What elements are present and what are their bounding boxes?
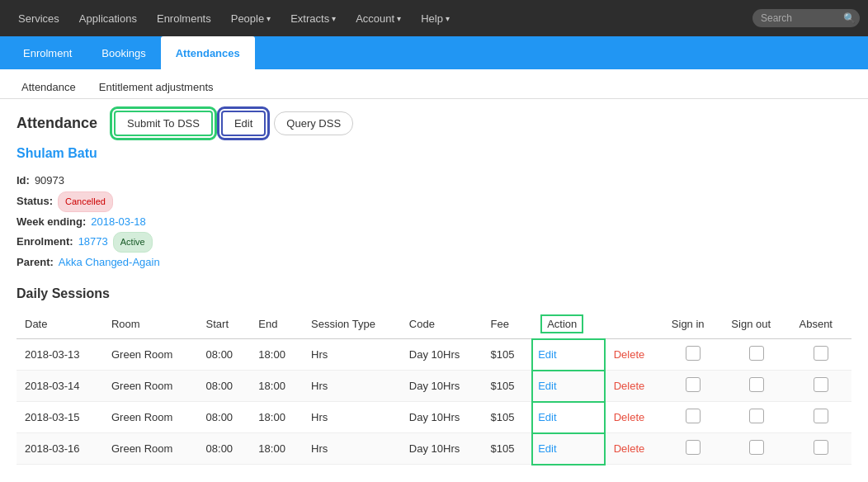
absent-checkbox[interactable] xyxy=(814,346,828,361)
cell-end: 18:00 xyxy=(250,371,303,402)
cell-code: Day 10Hrs xyxy=(401,433,483,465)
col-absent: Absent xyxy=(791,310,852,339)
nav-services[interactable]: Services xyxy=(8,0,69,36)
tab-bookings[interactable]: Bookings xyxy=(87,36,160,69)
search-icon: 🔍 xyxy=(843,12,856,24)
sign-in-checkbox[interactable] xyxy=(686,346,701,361)
cell-room: Green Room xyxy=(103,433,198,465)
cell-action: Edit xyxy=(532,433,605,465)
sign-in-checkbox[interactable] xyxy=(686,409,701,423)
cell-date: 2018-03-15 xyxy=(17,402,103,433)
cell-code: Day 10Hrs xyxy=(401,371,483,402)
info-section: Id: 90973 Status: Cancelled Week ending:… xyxy=(17,171,851,273)
sign-in-checkbox[interactable] xyxy=(686,440,701,455)
enrolment-value[interactable]: 18773 xyxy=(78,232,108,253)
cell-session-type: Hrs xyxy=(303,402,401,433)
cell-sign-in xyxy=(663,371,724,402)
absent-checkbox[interactable] xyxy=(814,440,828,455)
col-sign-out: Sign out xyxy=(723,310,790,339)
edit-link[interactable]: Edit xyxy=(538,348,556,361)
cell-date: 2018-03-13 xyxy=(17,339,103,371)
col-sign-in: Sign in xyxy=(663,310,724,339)
table-header-row: Date Room Start End Session Type Code Fe… xyxy=(17,310,851,339)
secondary-tabs: Attendance Entitlement adjustments xyxy=(0,69,868,99)
cell-start: 08:00 xyxy=(198,402,251,433)
enrolment-badge: Active xyxy=(113,232,153,253)
cell-sign-out xyxy=(723,339,790,371)
absent-checkbox[interactable] xyxy=(814,409,828,423)
status-label: Status: xyxy=(17,191,53,212)
edit-link[interactable]: Edit xyxy=(538,411,556,423)
table-row: 2018-03-16 Green Room 08:00 18:00 Hrs Da… xyxy=(17,433,851,465)
sec-tab-entitlement[interactable]: Entitlement adjustments xyxy=(87,76,225,98)
sign-in-checkbox[interactable] xyxy=(686,377,701,392)
week-ending-value[interactable]: 2018-03-18 xyxy=(91,212,146,233)
sec-tab-attendance[interactable]: Attendance xyxy=(10,76,87,98)
search-box: 🔍 xyxy=(752,9,860,27)
cell-absent xyxy=(791,339,852,371)
parent-label: Parent: xyxy=(17,253,54,273)
nav-enrolments[interactable]: Enrolments xyxy=(147,0,221,36)
cell-session-type: Hrs xyxy=(303,371,401,402)
cell-action: Edit xyxy=(532,371,605,402)
delete-link[interactable]: Delete xyxy=(614,411,645,423)
cell-sign-out xyxy=(723,433,790,465)
week-ending-label: Week ending: xyxy=(17,212,86,233)
edit-button[interactable]: Edit xyxy=(221,111,266,136)
col-session-type: Session Type xyxy=(303,310,401,339)
table-row: 2018-03-14 Green Room 08:00 18:00 Hrs Da… xyxy=(17,371,851,402)
query-dss-button[interactable]: Query DSS xyxy=(274,111,353,135)
cell-date: 2018-03-16 xyxy=(17,433,103,465)
absent-checkbox[interactable] xyxy=(814,377,828,392)
cell-delete: Delete xyxy=(605,402,663,433)
id-value: 90973 xyxy=(35,171,64,191)
delete-link[interactable]: Delete xyxy=(614,380,645,392)
id-label: Id: xyxy=(17,171,30,191)
edit-link[interactable]: Edit xyxy=(538,442,556,455)
sub-navigation: Enrolment Bookings Attendances xyxy=(0,36,868,69)
enrolment-label: Enrolment: xyxy=(17,232,73,253)
cell-date: 2018-03-14 xyxy=(17,371,103,402)
sign-out-checkbox[interactable] xyxy=(749,440,764,455)
info-id-row: Id: 90973 xyxy=(17,171,851,191)
nav-help[interactable]: Help ▾ xyxy=(411,0,460,36)
edit-link[interactable]: Edit xyxy=(538,380,556,392)
extracts-arrow-icon: ▾ xyxy=(332,14,336,23)
cell-room: Green Room xyxy=(103,371,198,402)
cell-session-type: Hrs xyxy=(303,433,401,465)
cell-sign-in xyxy=(663,433,724,465)
account-arrow-icon: ▾ xyxy=(397,14,401,23)
nav-extracts[interactable]: Extracts ▾ xyxy=(281,0,346,36)
cell-end: 18:00 xyxy=(250,339,303,371)
search-input[interactable] xyxy=(761,12,843,24)
sign-out-checkbox[interactable] xyxy=(749,409,764,423)
table-row: 2018-03-15 Green Room 08:00 18:00 Hrs Da… xyxy=(17,402,851,433)
nav-applications[interactable]: Applications xyxy=(69,0,147,36)
main-content: Attendance Submit To DSS Edit Query DSS … xyxy=(0,99,868,477)
delete-link[interactable]: Delete xyxy=(614,442,645,455)
cell-fee: $105 xyxy=(483,339,533,371)
table-row: 2018-03-13 Green Room 08:00 18:00 Hrs Da… xyxy=(17,339,851,371)
attendance-heading: Attendance xyxy=(17,115,97,132)
cell-absent xyxy=(791,371,852,402)
person-name[interactable]: Shulam Batu xyxy=(17,146,851,161)
help-arrow-icon: ▾ xyxy=(446,14,450,23)
nav-account[interactable]: Account ▾ xyxy=(346,0,411,36)
col-room: Room xyxy=(103,310,198,339)
submit-to-dss-button[interactable]: Submit To DSS xyxy=(114,111,213,136)
sessions-table: Date Room Start End Session Type Code Fe… xyxy=(17,310,851,465)
top-navigation: Services Applications Enrolments People … xyxy=(0,0,868,36)
info-parent-row: Parent: Akka Changed-Again xyxy=(17,253,851,273)
cell-sign-in xyxy=(663,339,724,371)
nav-people[interactable]: People ▾ xyxy=(221,0,281,36)
cell-absent xyxy=(791,402,852,433)
cell-start: 08:00 xyxy=(198,433,251,465)
cell-sign-in xyxy=(663,402,724,433)
tab-enrolment[interactable]: Enrolment xyxy=(8,36,87,69)
parent-value[interactable]: Akka Changed-Again xyxy=(59,253,160,273)
sign-out-checkbox[interactable] xyxy=(749,377,764,392)
tab-attendances[interactable]: Attendances xyxy=(161,36,255,69)
cell-fee: $105 xyxy=(483,402,533,433)
sign-out-checkbox[interactable] xyxy=(749,346,764,361)
delete-link[interactable]: Delete xyxy=(614,348,645,361)
